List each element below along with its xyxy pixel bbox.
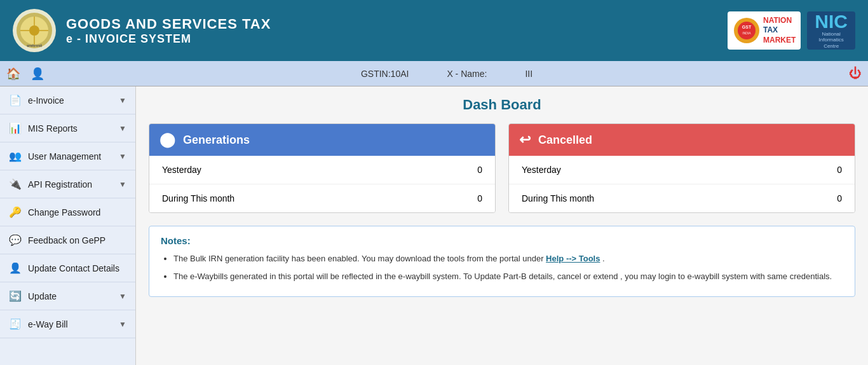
mis-reports-icon: 📊 [9,122,22,134]
chevron-user-management: ▼ [119,152,126,161]
notes-item-2-text: The e-Waybills generated in this portal … [173,272,832,281]
sidebar-label-update: Update [28,291,57,301]
home-icon[interactable]: 🏠 [6,67,20,81]
sidebar-item-user-management[interactable]: 👥 User Management ▼ [0,142,135,170]
update-contact-icon: 👤 [9,262,22,274]
dashboard-title: Dash Board [149,97,855,113]
cancelled-card-body: Yesterday 0 During This month 0 [509,156,855,212]
gst-ntm-logo: GST INDIA NATION TAX MARKET [728,11,801,50]
cancelled-month-value: 0 [837,193,842,203]
chevron-mis-reports: ▼ [119,124,126,133]
notes-box: Notes: The Bulk IRN generation facility … [149,226,855,297]
chevron-e-way-bill: ▼ [119,320,126,329]
emblem-logo: सत्यमेव जयते [13,9,56,52]
sidebar-item-change-password[interactable]: 🔑 Change Password [0,198,135,226]
sidebar-item-e-invoice[interactable]: 📄 e-Invoice ▼ [0,86,135,114]
notes-item-1: The Bulk IRN generation facility has bee… [173,252,843,265]
header-right: GST INDIA NATION TAX MARKET NIC National… [728,11,855,50]
svg-point-2 [29,25,39,36]
generations-month-row: During This month 0 [149,184,495,212]
sidebar-item-api-registration[interactable]: 🔌 API Registration ▼ ◀ [0,170,135,198]
sidebar-item-e-way-bill[interactable]: 🧾 e-Way Bill ▼ [0,310,135,338]
user-management-icon: 👥 [9,150,22,162]
sidebar-item-update-contact[interactable]: 👤 Update Contact Details [0,254,135,282]
main-content: Dash Board ⬤ Generations Yesterday 0 Dur… [136,86,868,365]
cancelled-title: Cancelled [538,134,592,147]
generations-yesterday-row: Yesterday 0 [149,156,495,184]
e-invoice-icon: 📄 [9,94,22,106]
generations-yesterday-value: 0 [477,165,482,175]
generations-card: ⬤ Generations Yesterday 0 During This mo… [149,123,496,213]
sidebar-item-update[interactable]: 🔄 Update ▼ [0,282,135,310]
layout: 📄 e-Invoice ▼ 📊 MIS Reports ▼ 👥 User Man… [0,86,868,365]
generations-yesterday-label: Yesterday [162,165,201,175]
cancelled-card-header: ↩ Cancelled [509,124,855,156]
api-registration-icon: 🔌 [9,178,22,190]
user-icon[interactable]: 👤 [31,67,44,81]
sidebar-label-mis-reports: MIS Reports [28,123,78,134]
navbar-right[interactable]: ⏻ [849,66,862,81]
notes-title: Notes: [161,235,843,246]
update-icon: 🔄 [9,290,22,302]
sidebar-label-change-password: Change Password [28,207,100,217]
notes-item-1-text-after: . [602,254,605,263]
sidebar-label-user-management: User Management [28,151,101,162]
name-value: III [525,69,532,79]
cancelled-month-row: During This month 0 [509,184,855,212]
change-password-icon: 🔑 [9,206,22,218]
cards-row: ⬤ Generations Yesterday 0 During This mo… [149,123,855,213]
chevron-e-invoice: ▼ [119,96,126,105]
power-icon[interactable]: ⏻ [849,66,862,80]
chevron-api-registration: ▼ [119,180,126,189]
generations-icon: ⬤ [159,132,175,148]
generations-month-value: 0 [477,193,482,203]
gstin-label: GSTIN:10AI [361,69,409,79]
generations-title: Generations [183,134,250,147]
notes-help-link[interactable]: Help --> Tools [546,254,600,263]
sidebar-label-api-registration: API Registration [28,179,92,189]
cancelled-yesterday-row: Yesterday 0 [509,156,855,184]
sidebar-label-feedback: Feedback on GePP [28,235,105,245]
svg-text:GST: GST [742,25,752,29]
navbar-icons[interactable]: 🏠 👤 [6,67,44,81]
cancelled-card: ↩ Cancelled Yesterday 0 During This mont… [508,123,855,213]
generations-month-label: During This month [162,193,234,203]
sidebar-label-e-invoice: e-Invoice [28,95,64,106]
name-label: X - Name: [447,69,487,79]
notes-item-1-text-before: The Bulk IRN generation facility has bee… [173,254,546,263]
notes-item-2: The e-Waybills generated in this portal … [173,270,843,283]
cancelled-month-label: During This month [522,193,594,203]
header-title: GOODS AND SERVICES TAX e - INVOICE SYSTE… [66,16,271,46]
cancelled-icon: ↩ [519,132,531,148]
header-left: सत्यमेव जयते GOODS AND SERVICES TAX e - … [13,9,271,52]
generations-card-body: Yesterday 0 During This month 0 [149,156,495,212]
org-line2: e - INVOICE SYSTEM [66,32,271,46]
header: सत्यमेव जयते GOODS AND SERVICES TAX e - … [0,0,868,61]
sidebar: 📄 e-Invoice ▼ 📊 MIS Reports ▼ 👥 User Man… [0,86,136,365]
navbar: 🏠 👤 GSTIN:10AI X - Name: III ⏻ [0,61,868,86]
sidebar-item-feedback-gepp[interactable]: 💬 Feedback on GePP [0,226,135,254]
nic-logo: NIC NationalInformaticsCentre [807,11,855,50]
svg-text:INDIA: INDIA [742,31,751,35]
e-way-bill-icon: 🧾 [9,318,22,330]
navbar-center: GSTIN:10AI X - Name: III [44,69,849,79]
chevron-update: ▼ [119,292,126,301]
cancelled-yesterday-value: 0 [837,165,842,175]
generations-card-header: ⬤ Generations [149,124,495,156]
cancelled-yesterday-label: Yesterday [522,165,561,175]
notes-list: The Bulk IRN generation facility has bee… [161,252,843,282]
feedback-icon: 💬 [9,234,22,246]
sidebar-label-e-way-bill: e-Way Bill [28,319,68,329]
org-line1: GOODS AND SERVICES TAX [66,16,271,32]
sidebar-label-update-contact: Update Contact Details [28,263,119,273]
sidebar-item-mis-reports[interactable]: 📊 MIS Reports ▼ [0,114,135,142]
